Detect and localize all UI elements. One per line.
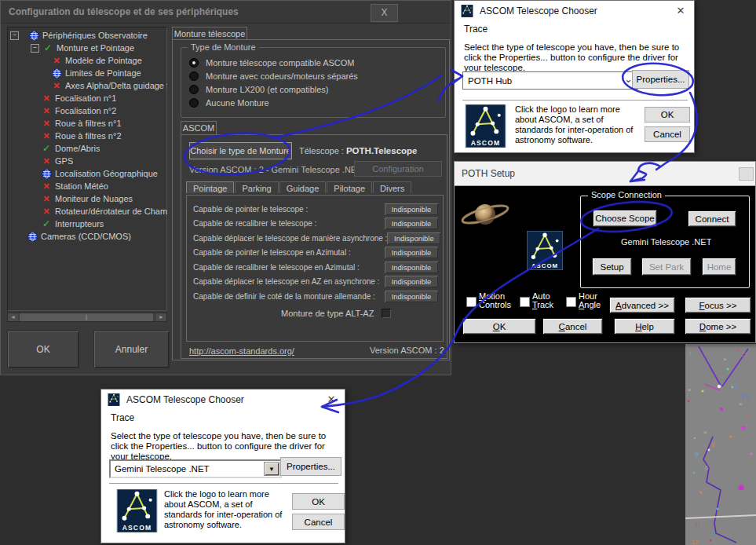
ok-button[interactable]: OK (645, 107, 690, 123)
tree-item[interactable]: ✓Dome/Abris (7, 142, 167, 155)
scroll-left-icon[interactable]: ◄ (8, 313, 18, 321)
mount-type-option[interactable]: Monture avec codeurs/moteurs séparés (189, 71, 358, 82)
close-icon[interactable]: ✕ (672, 4, 689, 18)
mount-type-option[interactable]: Aucune Monture (189, 97, 269, 108)
tree-item[interactable]: ✕Rotateur/dérotateur de Champ (7, 205, 167, 218)
cross-icon: ✕ (41, 106, 52, 116)
telescope-select[interactable]: Gemini Telescope .NET ▼ (109, 459, 282, 478)
saturn-image (459, 196, 511, 236)
mount-type-option[interactable]: Monture LX200 (et compatibles) (189, 84, 329, 95)
cancel-button[interactable]: Cancel (645, 126, 690, 142)
checkbox-auto-track[interactable] (520, 297, 530, 307)
tree-item[interactable]: ✓Interrupteurs (7, 218, 167, 230)
radio-label: Monture télescope compatible ASCOM (206, 58, 355, 68)
connect-button[interactable]: Connect (688, 210, 736, 227)
capability-tab-guidage[interactable]: Guidage (279, 181, 327, 193)
capability-tab-pilotage[interactable]: Pilotage (327, 181, 372, 193)
ascom-logo[interactable]: ASCOM (464, 104, 507, 151)
tree-item[interactable]: −Périphériques Observatoire (7, 29, 167, 42)
tab-mount[interactable]: Monture télescope (172, 27, 247, 40)
telescope-select[interactable]: POTH Hub ⌄ (462, 71, 638, 90)
capability-tabs: PointageParkingGuidagePilotageDivers (186, 181, 412, 195)
tree-expander-icon[interactable]: − (10, 31, 19, 40)
ascom-standards-link[interactable]: http://ascom-standards.org/ (189, 346, 294, 356)
properties-button[interactable]: Properties... (280, 457, 341, 476)
properties-button[interactable]: Properties... (632, 70, 689, 89)
close-icon[interactable]: ✕ (323, 393, 340, 407)
set-park-button[interactable]: Set Park (641, 258, 692, 276)
tree-item[interactable]: ✕Moniteur de Nuages (7, 192, 167, 205)
star-map-canvas: ××××+12141389611912 (685, 344, 756, 545)
choose-scope-button[interactable]: Choose Scope (593, 210, 657, 227)
checkbox-hour-angle[interactable] (566, 297, 576, 307)
ok-button[interactable]: OK (292, 493, 345, 510)
tree-expander-icon[interactable]: − (31, 44, 39, 53)
cancel-button[interactable]: Cancel (542, 318, 603, 335)
tree-item[interactable]: ✕Axes Alpha/Delta guidage fin (7, 79, 167, 92)
advanced-button[interactable]: Advanced >> (609, 297, 675, 313)
capability-tab-divers[interactable]: Divers (373, 181, 411, 193)
mount-type-option[interactable]: Monture télescope compatible ASCOM (189, 57, 355, 68)
titlebar[interactable]: Configuration du télescope et de ses pér… (1, 1, 451, 24)
tree-item[interactable]: ✕GPS (7, 155, 167, 167)
logo-caption: Click the logo to learn more about ASCOM… (515, 104, 639, 145)
radio-icon[interactable] (189, 85, 199, 94)
tree-item[interactable]: ✕Roue à filtres n°1 (7, 117, 167, 130)
focus-button[interactable]: Focus >> (685, 297, 751, 313)
close-icon[interactable]: X (371, 4, 398, 22)
ok-button[interactable]: OK (462, 318, 536, 335)
dropdown-arrow-icon[interactable]: ▼ (264, 462, 279, 476)
svg-text:×: × (703, 429, 707, 436)
radio-icon[interactable] (189, 58, 199, 68)
ok-button[interactable]: OK (7, 331, 79, 368)
help-button[interactable]: Help (614, 318, 675, 335)
capability-label: Capable déplacer le telescope de manière… (193, 234, 387, 243)
tree-item[interactable]: ✕Roue à filtres n°2 (7, 130, 167, 142)
menu-trace[interactable]: Trace (111, 412, 134, 423)
ascom-logo[interactable]: ASCOM (115, 489, 159, 536)
checkbox-motion-controls[interactable] (466, 297, 477, 307)
tree-item[interactable]: Localisation Géographique (7, 167, 167, 180)
titlebar[interactable]: POTH Setup (455, 162, 755, 186)
radio-icon[interactable] (189, 71, 199, 81)
tree-item-label: Focalisation n°2 (55, 106, 116, 115)
tree-item[interactable]: ✕Station Météo (7, 180, 167, 192)
svg-text:12: 12 (740, 351, 747, 358)
titlebar[interactable]: ASCOM Telescope Chooser ✕ (101, 390, 345, 410)
dome-button[interactable]: Dome >> (685, 318, 751, 335)
altaz-checkbox[interactable] (382, 309, 391, 318)
tree-item[interactable]: ✕Focalisation n°2 (7, 104, 167, 117)
scroll-thumb[interactable]: ∥ (20, 313, 153, 321)
group-title: Type de Monture (188, 42, 259, 52)
radio-label: Monture LX200 (et compatibles) (206, 85, 329, 94)
titlebar[interactable]: ASCOM Telescope Chooser ✕ (455, 1, 694, 21)
configuration-button[interactable]: Configuration (354, 161, 442, 177)
telescope-value: Télescope : POTH.Telescope (299, 146, 417, 155)
home-button[interactable]: Home (702, 258, 736, 276)
cross-icon: ✕ (41, 131, 52, 141)
tree-item[interactable]: Limites de Pointage (7, 67, 167, 79)
tab-ascom[interactable]: ASCOM (181, 121, 217, 134)
tree-item[interactable]: ✕Focalisation n°1 (7, 92, 167, 104)
ascom-logo[interactable]: ASCOM (527, 231, 563, 273)
cancel-button[interactable]: Annuler (93, 331, 170, 368)
svg-text:9: 9 (695, 451, 699, 458)
tree-item-label: Périphériques Observatoire (42, 31, 148, 40)
capability-tab-pointage[interactable]: Pointage (186, 181, 234, 193)
ascom-window-icon (461, 5, 473, 17)
tree-item[interactable]: −✓Monture et Pointage (7, 42, 167, 54)
scroll-right-icon[interactable]: ► (156, 313, 166, 321)
svg-text:14: 14 (731, 383, 738, 390)
radio-icon[interactable] (189, 98, 199, 108)
close-icon[interactable] (739, 167, 754, 181)
choose-mount-type-button[interactable]: Choisir le type de Monture (189, 142, 292, 159)
tree-item[interactable]: ✕Modèle de Pointage (7, 54, 167, 67)
cancel-button[interactable]: Cancel (292, 514, 345, 530)
menu-trace[interactable]: Trace (464, 24, 488, 35)
capability-tab-parking[interactable]: Parking (235, 181, 278, 193)
tree-item-label: Focalisation n°1 (55, 93, 116, 103)
tree-item[interactable]: Cameras (CCD/CMOS) (7, 230, 167, 243)
tree-horizontal-scrollbar[interactable]: ◄ ∥ ► (7, 313, 167, 322)
checkbox-label: MotionControls (479, 292, 511, 309)
setup-button[interactable]: Setup (592, 258, 632, 276)
